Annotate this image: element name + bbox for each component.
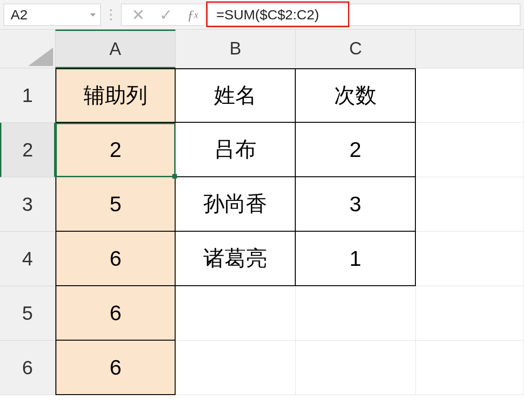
row-header-3[interactable]: 3 [0,177,55,232]
cell-D2[interactable] [416,123,524,177]
accept-icon[interactable]: ✓ [159,7,172,23]
formula-text: =SUM($C$2:C2) [216,7,319,23]
dropdown-icon[interactable] [90,13,96,17]
col-header-A[interactable]: A [55,30,176,68]
cell-D1[interactable] [416,68,524,123]
select-all-corner[interactable] [0,30,55,68]
cell-A3[interactable]: 5 [55,177,176,232]
cell-B1[interactable]: 姓名 [176,68,296,123]
cell-A5[interactable]: 6 [55,286,176,341]
name-box[interactable]: A2 [4,4,101,26]
row-header-5[interactable]: 5 [0,286,55,341]
fx-icon[interactable]: ƒx [187,8,198,22]
row-header-2[interactable]: 2 [0,123,55,177]
cell-B5[interactable] [176,286,296,341]
cell-C5[interactable] [296,286,416,341]
cell-D4[interactable] [416,232,524,286]
name-box-text: A2 [11,7,28,23]
col-header-B[interactable]: B [176,30,296,68]
cell-A1[interactable]: 辅助列 [55,68,176,123]
cell-B2[interactable]: 吕布 [176,123,296,177]
cell-A2[interactable]: 2 [55,123,176,177]
row-header-4[interactable]: 4 [0,232,55,286]
cell-D6[interactable] [416,341,524,395]
cell-A6[interactable]: 6 [55,341,176,395]
cell-D3[interactable] [416,177,524,232]
formula-bar-buttons: ✕ ✓ ƒx [121,4,204,26]
cancel-icon[interactable]: ✕ [132,7,145,23]
col-header-C[interactable]: C [296,30,416,68]
cell-B6[interactable] [176,341,296,395]
col-header-D[interactable] [416,30,524,68]
cell-C6[interactable] [296,341,416,395]
cell-C3[interactable]: 3 [296,177,416,232]
cell-B4[interactable]: 诸葛亮 [176,232,296,286]
divider-icon [104,9,117,20]
cell-C4[interactable]: 1 [296,232,416,286]
cell-D5[interactable] [416,286,524,341]
cell-B3[interactable]: 孙尚香 [176,177,296,232]
row-header-1[interactable]: 1 [0,68,55,123]
cell-C1[interactable]: 次数 [296,68,416,123]
formula-input[interactable]: =SUM($C$2:C2) [207,4,520,26]
row-header-6[interactable]: 6 [0,341,55,395]
formula-bar: A2 ✕ ✓ ƒx =SUM($C$2:C2) [0,0,524,30]
cell-A4[interactable]: 6 [55,232,176,286]
spreadsheet[interactable]: A B C 1 辅助列 姓名 次数 2 2 吕布 2 3 5 孙尚香 3 4 6… [0,30,524,395]
cell-C2[interactable]: 2 [296,123,416,177]
